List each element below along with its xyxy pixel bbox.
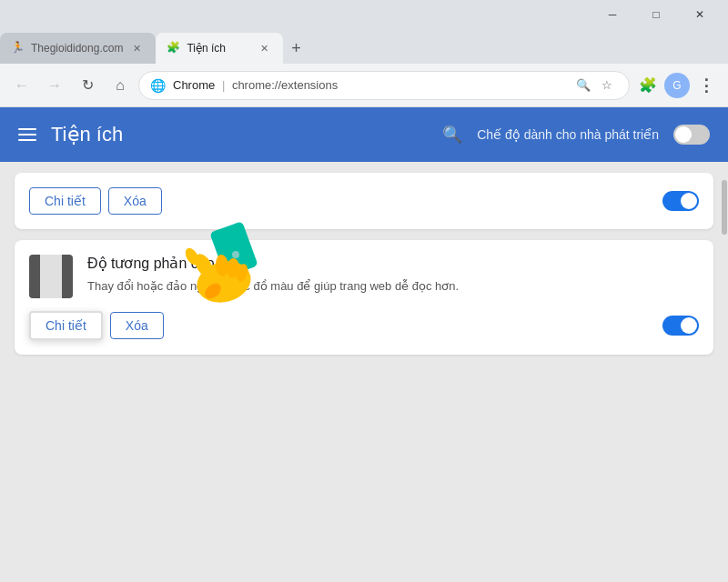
address-bar[interactable]: 🌐 Chrome | chrome://extensions 🔍 ☆ bbox=[138, 71, 630, 100]
card2-icon-half bbox=[40, 255, 62, 298]
tabs-bar: 🏃 Thegioididong.com ✕ 🧩 Tiện ích ✕ + bbox=[0, 29, 728, 64]
tab-close-thegioididong[interactable]: ✕ bbox=[128, 40, 145, 56]
address-separator: | bbox=[222, 78, 228, 92]
card2-detail-button[interactable]: Chi tiết bbox=[29, 311, 103, 340]
tab-label-thegioididong: Thegioididong.com bbox=[31, 42, 123, 55]
hamburger-line-3 bbox=[18, 139, 36, 141]
toggle-knob bbox=[675, 126, 692, 143]
card2-description: Thay đổi hoặc đảo ngược lược đồ màu để g… bbox=[87, 277, 699, 296]
tab-close-extensions[interactable]: ✕ bbox=[256, 40, 272, 56]
search-icon[interactable]: 🔍 bbox=[572, 75, 594, 96]
maximize-button[interactable]: □ bbox=[635, 0, 677, 29]
close-button[interactable]: ✕ bbox=[679, 0, 721, 29]
card2-header: Độ tương phản cao Thay đổi hoặc đảo ngượ… bbox=[29, 255, 699, 298]
reload-button[interactable]: ↻ bbox=[73, 71, 102, 100]
back-button[interactable]: ← bbox=[7, 71, 36, 100]
nav-bar: ← → ↻ ⌂ 🌐 Chrome | chrome://extensions 🔍… bbox=[0, 64, 728, 107]
card2-icon bbox=[29, 255, 73, 298]
card1-toggle-knob bbox=[681, 193, 697, 209]
tab-favicon-thegioididong: 🏃 bbox=[11, 41, 25, 55]
minimize-button[interactable]: ─ bbox=[592, 0, 633, 29]
brand-name: Chrome bbox=[173, 78, 215, 92]
tab-favicon-extensions: 🧩 bbox=[167, 41, 181, 55]
avatar[interactable]: G bbox=[664, 73, 690, 98]
bookmark-icon[interactable]: ☆ bbox=[596, 75, 618, 96]
card1-detail-button[interactable]: Chi tiết bbox=[29, 187, 101, 215]
forward-button[interactable]: → bbox=[40, 71, 69, 100]
home-button[interactable]: ⌂ bbox=[106, 71, 135, 100]
title-bar: ─ □ ✕ bbox=[0, 0, 728, 29]
site-security-icon: 🌐 bbox=[150, 78, 166, 93]
extensions-search-icon[interactable]: 🔍 bbox=[442, 125, 462, 145]
card2-delete-button[interactable]: Xóa bbox=[110, 312, 164, 339]
new-tab-button[interactable]: + bbox=[283, 35, 308, 61]
card2-info: Độ tương phản cao Thay đổi hoặc đảo ngượ… bbox=[87, 255, 699, 296]
scrollbar-track[interactable] bbox=[721, 162, 728, 582]
tab-thegioididong[interactable]: 🏃 Thegioididong.com ✕ bbox=[0, 33, 156, 64]
card2-footer: Chi tiết Xóa bbox=[29, 311, 699, 340]
menu-button[interactable]: ⋮ bbox=[692, 71, 721, 100]
card2-toggle-knob bbox=[681, 317, 697, 334]
dev-mode-label: Chế độ dành cho nhà phát triển bbox=[477, 127, 659, 142]
card2-enable-toggle[interactable] bbox=[662, 316, 699, 336]
extensions-button[interactable]: 🧩 bbox=[633, 71, 662, 100]
address-actions: 🔍 ☆ bbox=[572, 75, 618, 96]
card1-delete-button[interactable]: Xóa bbox=[108, 187, 162, 215]
page-content: Chi tiết Xóa Độ tương phản cao Thay đổi … bbox=[0, 162, 728, 582]
extension-card-1: Chi tiết Xóa bbox=[15, 173, 713, 229]
extensions-title: Tiện ích bbox=[51, 123, 428, 146]
hamburger-menu[interactable] bbox=[18, 128, 36, 141]
nav-right: 🧩 G ⋮ bbox=[633, 71, 721, 100]
card1-buttons: Chi tiết Xóa bbox=[29, 187, 699, 215]
hamburger-line-2 bbox=[18, 134, 36, 135]
tab-extensions[interactable]: 🧩 Tiện ích ✕ bbox=[156, 33, 283, 64]
card2-name: Độ tương phản cao bbox=[87, 255, 699, 272]
extension-card-2: Độ tương phản cao Thay đổi hoặc đảo ngượ… bbox=[15, 240, 713, 355]
scrollbar-thumb[interactable] bbox=[722, 180, 727, 235]
hamburger-line-1 bbox=[18, 128, 36, 130]
card1-enable-toggle[interactable] bbox=[662, 191, 699, 211]
address-text: Chrome | chrome://extensions bbox=[173, 78, 565, 92]
dev-mode-toggle[interactable] bbox=[673, 125, 710, 145]
address-path: chrome://extensions bbox=[232, 78, 338, 92]
extensions-header: Tiện ích 🔍 Chế độ dành cho nhà phát triể… bbox=[0, 107, 728, 162]
tab-label-extensions: Tiện ích bbox=[187, 42, 250, 55]
